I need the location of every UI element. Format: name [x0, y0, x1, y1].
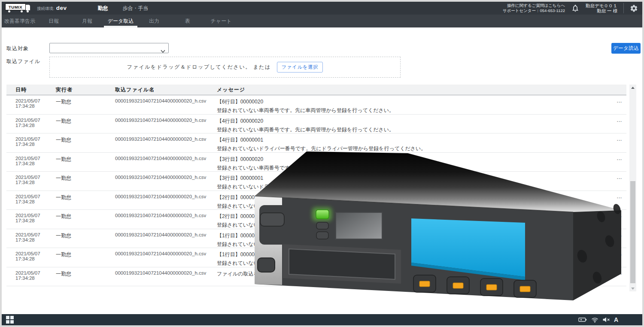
header-nav-kintai[interactable]: 勤怠: [97, 5, 108, 12]
row-executor: 一勤怠: [56, 115, 115, 133]
tumix-logo: TUMIX: [5, 3, 31, 13]
table-header: 日時 実行者 取込ファイル名 メッセージ: [6, 85, 626, 95]
import-target-select[interactable]: [49, 43, 169, 53]
table-row: 2021/05/07 17:34:28一勤怠000019932104072104…: [6, 153, 626, 172]
row-datetime: 2021/05/07 17:34:28: [15, 133, 56, 152]
user-account-name: 勤怠デモ００１: [586, 3, 617, 8]
table-row: 2021/05/07 17:34:28一勤怠000019932104072104…: [6, 115, 626, 134]
row-actions-button[interactable]: ...: [607, 133, 626, 152]
row-executor: 一勤怠: [56, 229, 115, 248]
row-executor: 一勤怠: [56, 248, 115, 267]
select-file-button[interactable]: ファイルを選択: [277, 62, 323, 73]
windows-start-button[interactable]: [6, 316, 14, 324]
table-row: 2021/05/07 17:34:28一勤怠000019932104072104…: [6, 133, 626, 153]
table-row: 2021/05/07 17:34:28一勤怠000019932104072104…: [6, 172, 626, 191]
tab-hyou[interactable]: 表: [171, 15, 204, 27]
row-actions-button[interactable]: ...: [607, 267, 626, 286]
chevron-down-icon: [161, 47, 165, 54]
support-link[interactable]: 操作に関するご質問はこちらへ サポートセンター：054-653-1122: [503, 3, 565, 13]
row-executor: 一勤怠: [56, 153, 115, 172]
scrollbar-thumb[interactable]: [630, 181, 635, 283]
row-actions-button[interactable]: ...: [607, 229, 626, 248]
volume-muted-icon[interactable]: [602, 317, 610, 323]
row-message: ファイルの取込を開始しました。: [217, 267, 607, 286]
table-row: 2021/05/07 17:34:28一勤怠000019932104072104…: [6, 248, 626, 267]
import-target-label: 取込対象: [6, 45, 29, 52]
wifi-icon[interactable]: [591, 317, 598, 323]
row-actions-button[interactable]: ...: [607, 248, 626, 267]
tab-geppou[interactable]: 月報: [70, 15, 104, 27]
user-account[interactable]: 勤怠デモ００１ 勤怠 一 様: [586, 3, 617, 13]
row-message: 【3行目】00000020登録されていない車両番号です。先に車両管理から登録を行…: [217, 153, 607, 172]
scroll-up-arrow[interactable]: [631, 87, 635, 89]
row-message: 【2行目】00000001登録されていないドライバー番号です。先にドライバー管理…: [217, 210, 607, 229]
tab-kaizen-kijun-kokuji[interactable]: 改善基準告示: [3, 15, 37, 27]
import-log-table: 日時 実行者 取込ファイル名 メッセージ 2021/05/07 17:34:28…: [6, 85, 626, 286]
row-datetime: 2021/05/07 17:34:28: [15, 248, 56, 267]
row-actions-button[interactable]: ...: [607, 95, 626, 114]
window-frame: TUMIX 接続環境:dev 勤怠歩合・手当 操作に関するご質問はこちらへ サポ…: [0, 0, 644, 327]
row-filename: 0000199321040721044000000020_h.csv: [115, 229, 217, 248]
header-nav-buai-teate[interactable]: 歩合・手当: [122, 5, 148, 12]
row-filename: 0000199321040721044000000020_h.csv: [115, 267, 217, 286]
row-filename: 0000199321040721044000000020_h.csv: [115, 95, 217, 114]
column-filename: 取込ファイル名: [115, 86, 217, 94]
row-actions-button[interactable]: ...: [607, 210, 626, 229]
row-executor: 一勤怠: [56, 172, 115, 191]
header-nav: 勤怠歩合・手当: [97, 5, 148, 12]
row-actions-button[interactable]: ...: [607, 191, 626, 210]
column-message: メッセージ: [217, 86, 607, 94]
app-header: TUMIX 接続環境:dev 勤怠歩合・手当 操作に関するご質問はこちらへ サポ…: [2, 2, 642, 15]
row-actions-button[interactable]: ...: [607, 153, 626, 172]
row-actions-button[interactable]: ...: [607, 115, 626, 133]
row-filename: 0000199321040721044000000020_h.csv: [115, 191, 217, 210]
column-executor: 実行者: [56, 86, 115, 94]
row-filename: 0000199321040721044000000020_h.csv: [115, 133, 217, 152]
row-message: 【6行目】00000020登録されていない車両番号です。先に車両管理から登録を行…: [217, 95, 607, 114]
tab-bar: 改善基準告示日報月報データ取込出力表チャート: [2, 15, 642, 27]
file-dropzone[interactable]: ファイルをドラッグ＆ドロップしてください。 または ファイルを選択: [49, 57, 401, 78]
tab-output[interactable]: 出力: [137, 15, 171, 27]
truck-icon: [26, 5, 30, 10]
row-actions-button[interactable]: ...: [607, 172, 626, 191]
table-scrollbar[interactable]: [629, 85, 636, 291]
system-tray: A: [578, 316, 618, 323]
user-display-name: 勤怠 一 様: [586, 8, 617, 13]
taskbar: A: [2, 314, 642, 325]
environment-value: dev: [56, 5, 67, 11]
row-filename: 0000199321040721044000000020_h.csv: [115, 115, 217, 133]
row-message: 【4行目】00000020登録されていない車両番号です。先に車両管理から登録を行…: [217, 115, 607, 133]
tab-chart[interactable]: チャート: [204, 15, 238, 27]
row-datetime: 2021/05/07 17:34:28: [15, 153, 56, 172]
table-row: 2021/05/07 17:34:28一勤怠000019932104072104…: [6, 267, 626, 287]
header-divider: [623, 3, 624, 13]
tab-nippou[interactable]: 日報: [37, 15, 70, 27]
row-filename: 0000199321040721044000000020_h.csv: [115, 248, 217, 267]
row-datetime: 2021/05/07 17:34:28: [15, 229, 56, 248]
row-executor: 一勤怠: [56, 191, 115, 210]
logo-text: TUMIX: [9, 5, 22, 9]
row-executor: 一勤怠: [56, 210, 115, 229]
column-datetime: 日時: [15, 86, 56, 94]
notification-bell-icon[interactable]: [571, 4, 580, 12]
settings-gear-icon[interactable]: [630, 4, 638, 12]
data-load-button[interactable]: データ読込: [611, 43, 641, 54]
row-datetime: 2021/05/07 17:34:28: [15, 191, 56, 210]
row-filename: 0000199321040721044000000020_h.csv: [115, 210, 217, 229]
table-row: 2021/05/07 17:34:28一勤怠000019932104072104…: [6, 95, 626, 115]
battery-icon[interactable]: [578, 317, 587, 323]
row-message: 【3行目】00000001登録されていないドライバー番号です。先にドライバー管理…: [217, 172, 607, 191]
scroll-down-arrow[interactable]: [631, 288, 635, 290]
tab-data-import[interactable]: データ取込: [104, 15, 137, 27]
row-filename: 0000199321040721044000000020_h.csv: [115, 153, 217, 172]
import-file-label: 取込ファイル: [6, 58, 40, 65]
ime-indicator[interactable]: A: [614, 316, 618, 323]
row-message: 【1行目】00000020登録されていない車両番号です。先に車両管理から登録を行…: [217, 229, 607, 248]
row-datetime: 2021/05/07 17:34:28: [15, 172, 56, 191]
row-datetime: 2021/05/07 17:34:28: [15, 210, 56, 229]
dropzone-text: ファイルをドラッグ＆ドロップしてください。 または: [127, 64, 271, 71]
environment-indicator: 接続環境:dev: [37, 5, 67, 12]
row-executor: 一勤怠: [56, 133, 115, 152]
row-filename: 0000199321040721044000000020_h.csv: [115, 172, 217, 191]
table-row: 2021/05/07 17:34:28一勤怠000019932104072104…: [6, 210, 626, 229]
